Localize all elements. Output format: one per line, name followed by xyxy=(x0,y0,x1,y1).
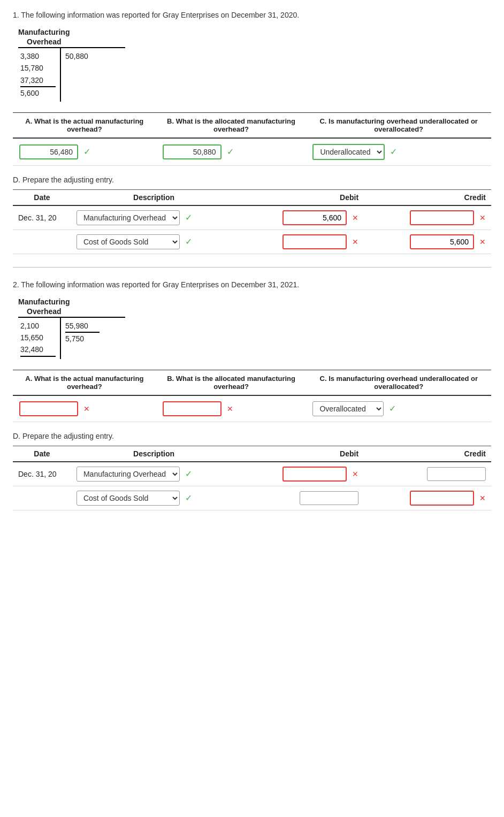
t2-left-total xyxy=(20,356,56,357)
adj1-header-date: Date xyxy=(13,189,71,205)
t2-right-total: 5,750 xyxy=(65,332,100,345)
adj1-row1-desc-select[interactable]: Manufacturing Overhead Cost of Goods Sol… xyxy=(77,210,180,225)
adj2-row2-credit-cell: ✕ xyxy=(364,486,491,510)
adj1-row2-desc-cell: Cost of Goods Sold Manufacturing Overhea… xyxy=(71,230,236,254)
section2-col-b-header: B. What is the allocated manufacturing o… xyxy=(156,370,307,395)
adj2-header-credit: Credit xyxy=(364,446,491,462)
section2-adj-label: D. Prepare the adjusting entry. xyxy=(13,432,491,440)
section1-col-a-header: A. What is the actual manufacturing over… xyxy=(13,112,156,138)
section1-intro: 1. The following information was reporte… xyxy=(13,11,491,19)
t1-left-val3: 37,320 xyxy=(20,74,56,86)
section1-answer-b-cell: ✓ xyxy=(156,138,307,166)
section1-answer-a-cell: ✓ xyxy=(13,138,156,166)
section1-answer-a-check: ✓ xyxy=(83,147,90,157)
adj1-row1-desc-check: ✓ xyxy=(185,212,192,223)
t1-left-val1: 3,380 xyxy=(20,50,56,62)
adj2-header-desc: Description xyxy=(71,446,236,462)
section2-t-title1: Manufacturing xyxy=(18,297,491,306)
section2-answer-c-select[interactable]: Overallocated Underallocated xyxy=(312,401,384,416)
t1-left-total: 5,600 xyxy=(20,86,56,99)
adj2-row1-debit-x: ✕ xyxy=(352,470,358,478)
adj2-row2-credit-x: ✕ xyxy=(479,494,486,502)
adj1-row2-debit-x: ✕ xyxy=(352,238,358,246)
section2-t-account: Manufacturing Overhead 2,100 15,650 32,4… xyxy=(18,297,491,359)
adj1-row1-credit-input[interactable] xyxy=(410,210,474,225)
adj1-header-desc: Description xyxy=(71,189,236,205)
adj2-row2-date xyxy=(13,486,71,510)
t1-left-val2: 15,780 xyxy=(20,62,56,74)
t2-right-val1: 55,980 xyxy=(65,320,100,332)
section2-answer-a-input[interactable] xyxy=(19,401,78,416)
adj2-row1-credit-cell xyxy=(364,462,491,486)
adj2-row1-desc-check: ✓ xyxy=(185,469,192,479)
t1-right-val1: 50,880 xyxy=(65,50,100,62)
adj1-row2: Cost of Goods Sold Manufacturing Overhea… xyxy=(13,230,491,254)
adj1-header-debit: Debit xyxy=(236,189,364,205)
section2-answer-a-x: ✕ xyxy=(83,404,90,413)
adj2-row1: Dec. 31, 20 Manufacturing Overhead Cost … xyxy=(13,462,491,486)
section1-t-account: Manufacturing Overhead 3,380 15,780 37,3… xyxy=(18,28,491,102)
section1-answer-a-input[interactable] xyxy=(19,144,78,159)
adj2-row2: Cost of Goods Sold Manufacturing Overhea… xyxy=(13,486,491,510)
t2-left-val3: 32,480 xyxy=(20,343,56,355)
section2-col-a-header: A. What is the actual manufacturing over… xyxy=(13,370,156,395)
adj1-row1-credit-x: ✕ xyxy=(479,213,486,222)
adj1-row2-date xyxy=(13,230,71,254)
section2-answer-b-x: ✕ xyxy=(227,404,233,413)
adj2-row1-desc-cell: Manufacturing Overhead Cost of Goods Sol… xyxy=(71,462,236,486)
adj2-row2-debit-cell xyxy=(236,486,364,510)
adj2-row2-debit-input[interactable] xyxy=(300,491,358,505)
section2-t-title2: Overhead xyxy=(27,307,491,316)
section1-t-title2: Overhead xyxy=(27,37,491,46)
adj1-row1-desc-cell: Manufacturing Overhead Cost of Goods Sol… xyxy=(71,205,236,230)
adj2-row2-desc-cell: Cost of Goods Sold Manufacturing Overhea… xyxy=(71,486,236,510)
adj2-row1-date: Dec. 31, 20 xyxy=(13,462,71,486)
adj1-row2-desc-select[interactable]: Cost of Goods Sold Manufacturing Overhea… xyxy=(77,234,180,249)
t2-left-val2: 15,650 xyxy=(20,332,56,343)
section2-intro: 2. The following information was reporte… xyxy=(13,280,491,289)
section1-answer-c-select[interactable]: Underallocated Overallocated xyxy=(312,144,385,160)
adj1-row1-credit-cell: ✕ xyxy=(364,205,491,230)
section1-answer-b-check: ✓ xyxy=(227,147,234,157)
adj1-row1-debit-x: ✕ xyxy=(352,213,358,222)
adj1-row1-date: Dec. 31, 20 xyxy=(13,205,71,230)
adj1-row2-credit-x: ✕ xyxy=(479,238,486,246)
adj1-row2-debit-input[interactable] xyxy=(282,234,347,249)
adj2-row2-credit-input[interactable] xyxy=(410,491,474,506)
adj2-row2-desc-check: ✓ xyxy=(185,493,192,503)
adj2-header-date: Date xyxy=(13,446,71,462)
adj1-row2-debit-cell: ✕ xyxy=(236,230,364,254)
adj1-row2-desc-check: ✓ xyxy=(185,236,192,247)
adj1-row2-credit-input[interactable] xyxy=(410,234,474,249)
section1-t-title1: Manufacturing xyxy=(18,28,491,36)
section2-answer-c-check: ✓ xyxy=(389,403,396,414)
section1-qa-table: A. What is the actual manufacturing over… xyxy=(13,112,491,166)
adj1-row1: Dec. 31, 20 Manufacturing Overhead Cost … xyxy=(13,205,491,230)
adj2-row1-debit-input[interactable] xyxy=(282,467,347,482)
section1-answer-c-cell: Underallocated Overallocated ✓ xyxy=(306,138,491,166)
section1-adj-table: Date Description Debit Credit Dec. 31, 2… xyxy=(13,189,491,254)
section1-col-c-header: C. Is manufacturing overhead underalloca… xyxy=(306,112,491,138)
section2-qa-table: A. What is the actual manufacturing over… xyxy=(13,370,491,422)
section1-col-b-header: B. What is the allocated manufacturing o… xyxy=(156,112,307,138)
section2-answer-b-cell: ✕ xyxy=(156,395,307,422)
section2-col-c-header: C. Is manufacturing overhead underalloca… xyxy=(306,370,491,395)
adj1-row2-credit-cell: ✕ xyxy=(364,230,491,254)
adj1-header-credit: Credit xyxy=(364,189,491,205)
section1-answer-c-check: ✓ xyxy=(390,147,397,157)
section1-adj-label: D. Prepare the adjusting entry. xyxy=(13,175,491,184)
section1-answer-b-input[interactable] xyxy=(163,144,222,159)
adj2-row2-desc-select[interactable]: Cost of Goods Sold Manufacturing Overhea… xyxy=(77,491,180,506)
adj2-row1-debit-cell: ✕ xyxy=(236,462,364,486)
adj2-header-debit: Debit xyxy=(236,446,364,462)
section2-answer-c-cell: Overallocated Underallocated ✓ xyxy=(306,395,491,422)
section2-answer-a-cell: ✕ xyxy=(13,395,156,422)
t2-left-val1: 2,100 xyxy=(20,320,56,332)
adj2-row1-credit-input[interactable] xyxy=(427,467,486,481)
section2-answer-b-input[interactable] xyxy=(163,401,222,416)
adj1-row1-debit-input[interactable] xyxy=(282,210,347,225)
adj2-row1-desc-select[interactable]: Manufacturing Overhead Cost of Goods Sol… xyxy=(77,467,180,482)
section-divider xyxy=(13,267,491,268)
adj1-row1-debit-cell: ✕ xyxy=(236,205,364,230)
section2-adj-table: Date Description Debit Credit Dec. 31, 2… xyxy=(13,446,491,510)
